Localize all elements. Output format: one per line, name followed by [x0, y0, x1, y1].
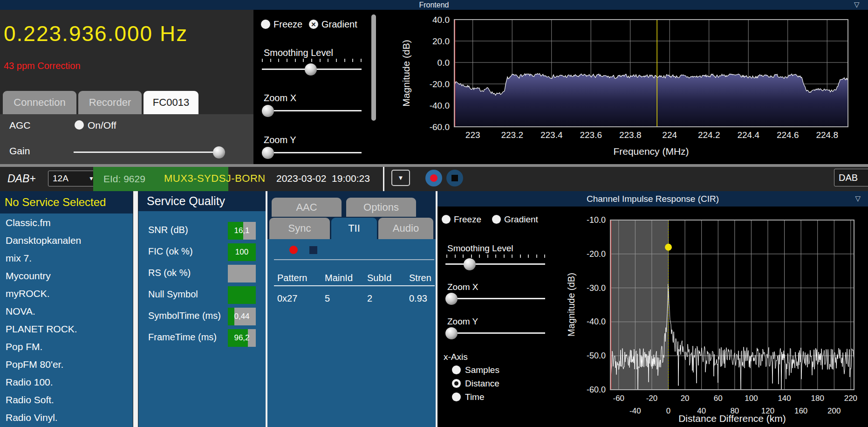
quality-bar: 0,44: [228, 308, 256, 325]
zoomy-slider-track[interactable]: [262, 152, 362, 153]
cir-x-tick-label: -20: [646, 394, 658, 403]
ppm-correction-label: 43 ppm Correction: [4, 61, 81, 71]
cir-y-tick-label: -60.0: [587, 385, 606, 394]
quality-bar-value: 16,1: [228, 222, 256, 240]
spectrum-y-tick-label: 40.0: [432, 15, 450, 25]
freeze-label[interactable]: Freeze: [273, 19, 302, 30]
ensemble-dropdown-button[interactable]: ▼: [391, 170, 410, 186]
service-list-item[interactable]: Radio 100.: [6, 377, 53, 388]
spectrum-x-tick-label: 223.4: [540, 130, 563, 140]
cir-x-tick-label: 100: [745, 394, 758, 403]
tuner-tab-connection[interactable]: Connection: [3, 91, 76, 114]
zoomy-slider-thumb[interactable]: [262, 147, 274, 159]
spectrum-y-tick-label: -40.0: [430, 101, 450, 110]
spectrum-x-tick-label: 223.2: [501, 130, 523, 140]
zoomx-label: Zoom X: [264, 93, 296, 103]
spectrum-fill: [454, 74, 848, 127]
quality-bar: 96,2: [228, 329, 256, 347]
spectrum-x-tick-label: 223: [465, 130, 480, 140]
record-icon: [430, 174, 437, 182]
service-list-item[interactable]: Dansktopkanalen: [6, 235, 81, 246]
frontend-collapse-icon[interactable]: ▽: [854, 0, 860, 9]
dab-mode-label: DAB+: [7, 172, 36, 185]
cir-x-tick-label: -60: [613, 394, 625, 403]
service-list-item[interactable]: NOVA.: [6, 306, 35, 317]
service-list-item[interactable]: myROCK.: [6, 288, 50, 299]
cir-y-tick-label: -30.0: [587, 283, 606, 293]
zoomx-slider-track[interactable]: [262, 110, 362, 111]
tuner-tab-fc0013[interactable]: FC0013: [144, 91, 198, 114]
spectrum-x-tick-label: 224: [662, 130, 677, 140]
cir-collapse-icon[interactable]: ▽: [855, 194, 861, 203]
zoomx-slider-thumb[interactable]: [262, 105, 274, 117]
cir-y-tick-label: -20.0: [587, 249, 606, 259]
zoomy-slider[interactable]: [262, 147, 362, 159]
spectrum-y-tick-label: 0.0: [437, 58, 450, 68]
tii-tab-tii[interactable]: TII: [331, 218, 377, 239]
stop-icon: [451, 175, 458, 181]
tii-tab-sync[interactable]: Sync: [269, 218, 330, 239]
cir-y-tick-label: -40.0: [587, 317, 606, 326]
spectrum-x-tick-label: 223.6: [580, 130, 602, 140]
ensemble-name-label: MUX3-SYDSJ-BORN: [164, 172, 266, 185]
agc-radio-label[interactable]: On/Off: [88, 120, 116, 131]
service-selection-status: No Service Selected: [5, 191, 106, 214]
quality-bar: 100: [228, 243, 256, 261]
ensemble-id-label: EId: 9629: [103, 173, 145, 185]
spectrum-chart[interactable]: 223223.2223.4223.6223.8224224.2224.4224.…: [378, 10, 868, 164]
gain-slider[interactable]: [74, 146, 225, 158]
tii-cell: 5: [325, 293, 330, 304]
tii-divider: [274, 259, 434, 260]
spectrum-x-tick-label: 223.8: [619, 130, 642, 140]
quality-row-label: SNR (dB): [148, 225, 188, 235]
gradient-checkbox[interactable]: [309, 20, 318, 29]
service-list-item[interactable]: PopFM 80'er.: [6, 359, 63, 370]
tii-col-header: MainId: [325, 273, 353, 283]
smoothing-tickmarks: [262, 59, 362, 62]
service-list-item[interactable]: Classic.fm: [6, 217, 51, 228]
tii-top-tab-options[interactable]: Options: [346, 198, 416, 217]
smoothing-slider[interactable]: [262, 63, 362, 76]
freeze-checkbox[interactable]: [261, 20, 270, 29]
cir-x-tick-label: 60: [714, 394, 723, 403]
output-mode-combobox[interactable]: DAB ▼: [834, 169, 868, 186]
tii-tab-audio[interactable]: Audio: [378, 218, 433, 239]
channel-combobox[interactable]: 12A ▼: [48, 171, 99, 186]
spectrum-y-tick-label: 20.0: [432, 36, 450, 46]
service-list-scrollbar[interactable]: [133, 191, 138, 427]
spectrum-xlabel: Frequency (MHz): [454, 146, 848, 157]
service-list-item[interactable]: Radio Soft.: [6, 394, 54, 406]
date-label: 2023-03-02: [276, 173, 326, 184]
tii-top-tab-aac[interactable]: AAC: [272, 198, 342, 217]
service-list-item[interactable]: mix 7.: [6, 253, 32, 264]
spectrum-x-tick-label: 224.8: [816, 130, 838, 140]
cir-chart[interactable]: -60-202060100140180220-4004080120160200-…: [437, 207, 868, 427]
quality-bar-value: 0,44: [228, 308, 256, 325]
cir-xlabel: Distance Difference (km): [610, 413, 854, 424]
cir-ylabel: Magnitude (dB): [566, 258, 577, 351]
cir-peak-marker: [665, 244, 672, 251]
record-button[interactable]: [425, 170, 442, 186]
gain-slider-track[interactable]: [74, 152, 225, 153]
tii-col-header: SubId: [367, 273, 391, 283]
service-list-item[interactable]: PLANET ROCK.: [6, 324, 77, 335]
service-list-item[interactable]: Mycountry: [6, 270, 51, 282]
stop-button[interactable]: [446, 170, 463, 186]
service-list-item[interactable]: Pop FM.: [6, 341, 42, 352]
zoomx-slider[interactable]: [262, 105, 362, 117]
quality-row-label: SymbolTime (ms): [148, 310, 221, 321]
smoothing-slider-thumb[interactable]: [305, 63, 317, 76]
tuner-tab-recorder[interactable]: Recorder: [78, 91, 142, 114]
agc-radio[interactable]: [75, 120, 84, 130]
cir-y-tick-label: -10.0: [587, 215, 606, 225]
service-list-item[interactable]: Radio Vinyl.: [6, 412, 58, 423]
controls-scrollbar[interactable]: [371, 14, 376, 121]
quality-bar: 16,1: [228, 222, 256, 240]
quality-row-label: RS (ok %): [148, 268, 191, 278]
frontend-titlebar: Frontend ▽: [0, 0, 868, 10]
gain-slider-thumb[interactable]: [213, 146, 225, 158]
spectrum-x-tick-label: 224.6: [777, 130, 799, 140]
gradient-label[interactable]: Gradient: [321, 19, 357, 30]
spectrum-y-tick-label: -20.0: [430, 79, 450, 89]
tii-cell: 0.93: [409, 293, 427, 304]
